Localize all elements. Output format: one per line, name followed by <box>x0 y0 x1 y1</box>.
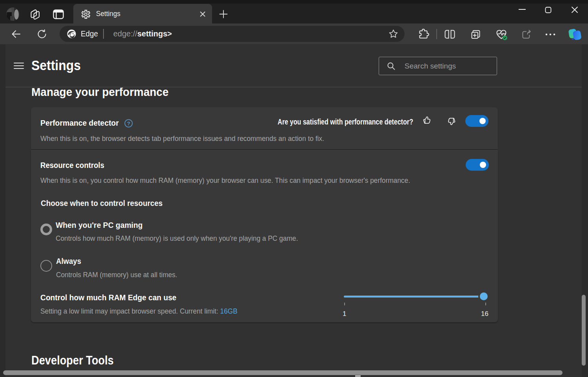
svg-text:?: ? <box>127 121 130 126</box>
